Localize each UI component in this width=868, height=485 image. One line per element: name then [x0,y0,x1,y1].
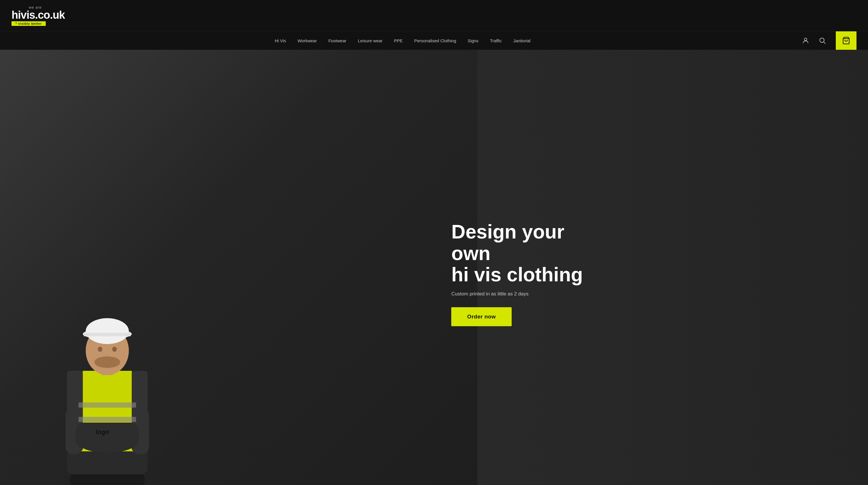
cart-icon [842,36,850,44]
svg-point-1 [820,38,824,42]
svg-rect-20 [84,333,131,336]
header: we are hivis.co.uk * visibly better [0,0,868,31]
svg-point-0 [804,38,807,40]
svg-rect-12 [75,423,139,449]
hero-title: Design your own hi vis clothing [451,221,607,285]
nav-footwear[interactable]: Footwear [323,32,352,50]
logo-tagline: * visibly better [11,21,46,26]
search-button[interactable] [816,34,828,47]
nav-personalised-clothing[interactable]: Personalised Clothing [408,32,462,50]
hero-content: Design your own hi vis clothing Custom p… [451,221,624,326]
nav-leisure-wear[interactable]: Leisure wear [352,32,388,50]
svg-text:logo: logo [96,428,109,435]
search-icon [818,37,826,44]
logo-main: hivis.co.uk [11,9,65,21]
logo-area: we are hivis.co.uk * visibly better [11,5,65,26]
nav-bar: Hi Vis Workwear Footwear Leisure wear PP… [0,31,868,50]
hero-title-line2: hi vis clothing [451,264,583,285]
svg-point-16 [112,346,117,352]
nav-workwear[interactable]: Workwear [291,32,322,50]
order-now-button[interactable]: Order now [451,307,512,326]
hero-section: logo Design your own hi vis clothing Cus… [0,50,868,485]
svg-point-15 [98,346,102,352]
hero-title-line1: Design your own [451,221,564,264]
nav-links: Hi Vis Workwear Footwear Leisure wear PP… [11,32,794,50]
nav-signs[interactable]: Signs [462,32,484,50]
hero-subtitle: Custom printed in as little as 2 days [451,291,607,297]
worker-illustration: logo [38,313,176,485]
nav-traffic[interactable]: Traffic [484,32,508,50]
nav-icons [800,31,857,50]
nav-ppe[interactable]: PPE [388,32,408,50]
account-button[interactable] [800,34,812,47]
nav-janitorial[interactable]: Janitorial [507,32,536,50]
svg-point-19 [86,318,129,344]
svg-rect-23 [79,417,136,422]
account-icon [802,37,809,44]
svg-point-17 [94,356,120,368]
nav-hi-vis[interactable]: Hi Vis [269,32,292,50]
svg-line-2 [824,42,826,44]
svg-rect-22 [79,402,136,407]
hero-image: logo [0,50,477,485]
cart-button[interactable] [836,31,857,50]
